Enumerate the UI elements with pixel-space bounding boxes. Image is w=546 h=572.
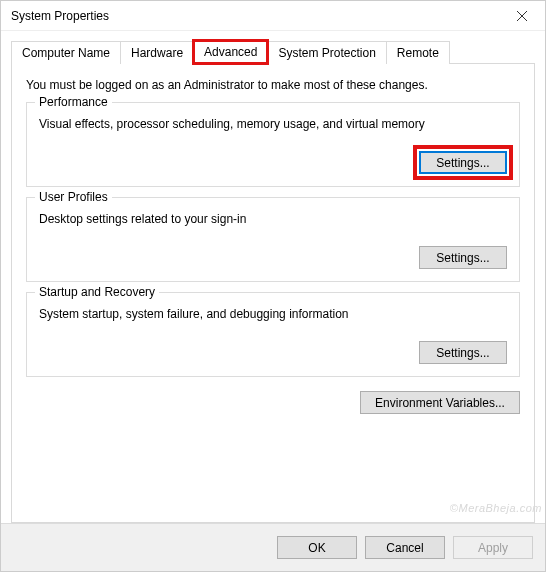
performance-button-row: Settings...: [39, 151, 507, 174]
user-profiles-group: User Profiles Desktop settings related t…: [26, 197, 520, 282]
admin-info-text: You must be logged on as an Administrato…: [26, 78, 520, 92]
performance-settings-button[interactable]: Settings...: [419, 151, 507, 174]
startup-recovery-settings-button[interactable]: Settings...: [419, 341, 507, 364]
apply-button: Apply: [453, 536, 533, 559]
environment-variables-button[interactable]: Environment Variables...: [360, 391, 520, 414]
titlebar: System Properties: [1, 1, 545, 31]
tab-computer-name[interactable]: Computer Name: [11, 41, 121, 64]
performance-desc: Visual effects, processor scheduling, me…: [39, 117, 507, 131]
content-area: Computer Name Hardware Advanced System P…: [1, 31, 545, 523]
tab-panel-advanced: You must be logged on as an Administrato…: [11, 63, 535, 523]
ok-button[interactable]: OK: [277, 536, 357, 559]
startup-recovery-button-row: Settings...: [39, 341, 507, 364]
user-profiles-legend: User Profiles: [35, 190, 112, 204]
tab-remote[interactable]: Remote: [386, 41, 450, 64]
close-icon: [517, 11, 527, 21]
dialog-footer: OK Cancel Apply: [1, 523, 545, 571]
tab-strip: Computer Name Hardware Advanced System P…: [11, 39, 535, 63]
tab-system-protection[interactable]: System Protection: [267, 41, 386, 64]
close-button[interactable]: [499, 1, 544, 30]
tab-advanced[interactable]: Advanced: [193, 40, 268, 64]
startup-recovery-desc: System startup, system failure, and debu…: [39, 307, 507, 321]
startup-recovery-legend: Startup and Recovery: [35, 285, 159, 299]
performance-legend: Performance: [35, 95, 112, 109]
user-profiles-settings-button[interactable]: Settings...: [419, 246, 507, 269]
env-variables-row: Environment Variables...: [26, 391, 520, 414]
window-title: System Properties: [11, 9, 109, 23]
user-profiles-desc: Desktop settings related to your sign-in: [39, 212, 507, 226]
user-profiles-button-row: Settings...: [39, 246, 507, 269]
cancel-button[interactable]: Cancel: [365, 536, 445, 559]
startup-recovery-group: Startup and Recovery System startup, sys…: [26, 292, 520, 377]
performance-group: Performance Visual effects, processor sc…: [26, 102, 520, 187]
system-properties-window: System Properties Computer Name Hardware…: [0, 0, 546, 572]
tab-hardware[interactable]: Hardware: [120, 41, 194, 64]
